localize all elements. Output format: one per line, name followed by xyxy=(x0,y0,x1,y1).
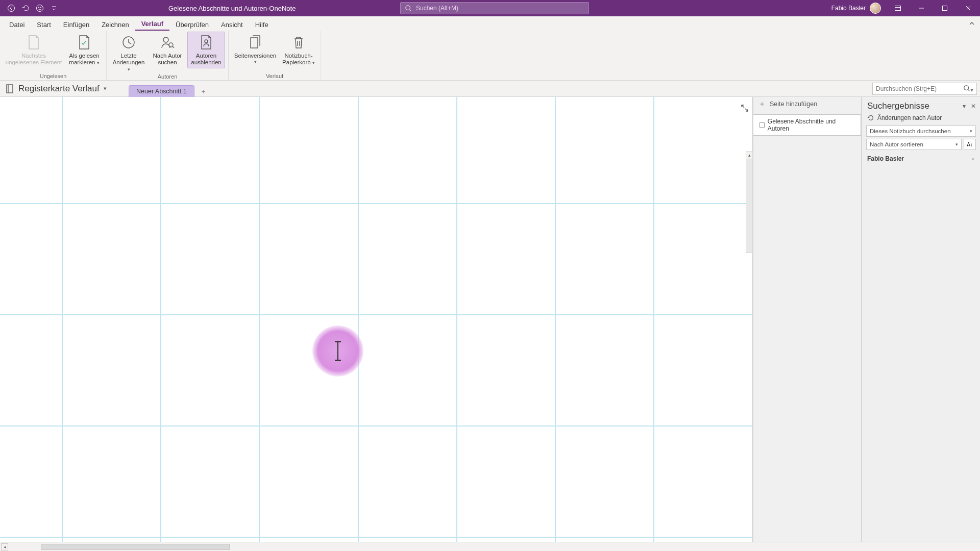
clock-icon xyxy=(120,34,137,51)
ribbon-group-ungelesen: Nächstes ungelesenes Element Als gelesen… xyxy=(0,31,107,80)
versions-icon xyxy=(247,34,263,51)
refresh-icon[interactable] xyxy=(867,114,874,121)
svg-point-8 xyxy=(163,37,168,42)
trash-icon xyxy=(290,34,307,51)
account-button[interactable]: Fabio Basler xyxy=(826,3,886,14)
back-icon[interactable] xyxy=(6,3,16,13)
close-icon[interactable]: ✕ xyxy=(971,103,976,110)
svg-point-4 xyxy=(406,6,410,10)
notebook-selector[interactable]: Registerkarte Verlauf ▾ xyxy=(0,81,128,96)
cursor-indicator xyxy=(312,325,363,377)
content-table[interactable] xyxy=(0,97,753,542)
plus-icon: ＋ xyxy=(758,99,766,109)
svg-rect-11 xyxy=(7,85,13,93)
svg-point-0 xyxy=(8,5,15,12)
tab-hilfe[interactable]: Hilfe xyxy=(249,18,275,31)
close-button[interactable] xyxy=(957,0,980,16)
recycle-bin-button[interactable]: Notizbuch- Papierkorb ▾ xyxy=(280,32,317,68)
add-page-button[interactable]: ＋ Seite hinzufügen xyxy=(753,97,861,111)
ribbon-tabs: Datei Start Einfügen Zeichnen Verlauf Üb… xyxy=(0,16,980,31)
svg-point-9 xyxy=(169,43,173,47)
chevron-down-icon: ▾ xyxy=(312,60,315,65)
page-list-item[interactable]: Gelesene Abschnitte und Autoren xyxy=(753,114,861,136)
notebook-search[interactable]: Durchsuchen (Strg+E) ▾ xyxy=(872,83,977,95)
svg-point-12 xyxy=(964,85,969,90)
global-search-input[interactable] xyxy=(416,5,584,12)
sort-dropdown[interactable]: Nach Autor sortieren▾ xyxy=(866,139,962,150)
horizontal-scrollbar[interactable] xyxy=(41,544,230,550)
hide-authors-button[interactable]: Autoren ausblenden xyxy=(187,32,225,68)
next-unread-button: Nächstes ungelesenes Element xyxy=(3,32,64,68)
avatar xyxy=(870,3,881,14)
tab-zeichnen[interactable]: Zeichnen xyxy=(95,18,135,31)
svg-point-10 xyxy=(205,40,208,43)
group-label: Autoren xyxy=(158,72,178,80)
global-search[interactable] xyxy=(400,2,589,14)
add-section-button[interactable]: + xyxy=(198,88,210,95)
page-check-icon xyxy=(76,34,92,51)
group-label: Verlauf xyxy=(266,72,283,80)
svg-rect-5 xyxy=(895,6,901,11)
touch-mode-icon[interactable] xyxy=(35,3,45,13)
author-group[interactable]: Fabio Basler ⌄ xyxy=(862,153,980,164)
svg-point-2 xyxy=(38,7,39,8)
notebook-bar: Registerkarte Verlauf ▾ Neuer Abschnitt … xyxy=(0,81,980,97)
section-tab[interactable]: Neuer Abschnitt 1 xyxy=(129,85,194,97)
chevron-down-icon: ▾ xyxy=(970,129,972,134)
page-marker-icon xyxy=(760,122,765,128)
notebook-name: Registerkarte Verlauf xyxy=(18,84,100,94)
page-icon xyxy=(26,34,42,51)
main-area: ▴ ＋ Seite hinzufügen Gelesene Abschnitte… xyxy=(0,97,980,542)
title-bar: Gelesene Abschnitte und Autoren - OneNot… xyxy=(0,0,980,16)
svg-rect-6 xyxy=(943,6,947,11)
chevron-down-icon: ▾ xyxy=(128,67,130,72)
svg-point-3 xyxy=(40,7,41,8)
page-canvas[interactable]: ▴ xyxy=(0,97,753,542)
maximize-button[interactable] xyxy=(933,0,957,16)
results-subheader: Änderungen nach Autor xyxy=(862,113,980,124)
notebook-icon xyxy=(5,84,14,94)
author-name: Fabio Basler xyxy=(867,155,904,162)
tab-start[interactable]: Start xyxy=(31,18,57,31)
results-title: Suchergebnisse xyxy=(867,101,929,111)
chevron-down-icon: ▾ xyxy=(97,60,100,65)
tab-verlauf[interactable]: Verlauf xyxy=(135,17,169,31)
tab-einfuegen[interactable]: Einfügen xyxy=(57,18,95,31)
undo-icon[interactable] xyxy=(20,3,31,13)
ribbon: Nächstes ungelesenes Element Als gelesen… xyxy=(0,31,980,81)
scroll-up-icon[interactable]: ▴ xyxy=(746,152,752,159)
search-scope-dropdown[interactable]: Dieses Notizbuch durchsuchen▾ xyxy=(866,126,976,137)
scroll-left-icon[interactable]: ◂ xyxy=(1,543,8,550)
tab-ueberpruefen[interactable]: Überprüfen xyxy=(169,18,215,31)
ribbon-display-icon[interactable] xyxy=(886,0,910,16)
page-list-panel: ＋ Seite hinzufügen Gelesene Abschnitte u… xyxy=(753,97,862,542)
chevron-down-icon: ▾ xyxy=(104,85,107,92)
search-icon: ▾ xyxy=(963,85,973,93)
collapse-ribbon-icon[interactable] xyxy=(967,18,977,29)
search-icon xyxy=(405,5,412,12)
recent-edits-button[interactable]: Letzte Änderungen ▾ xyxy=(110,32,148,76)
sort-order-button[interactable]: A↓ xyxy=(964,139,976,150)
window-title: Gelesene Abschnitte und Autoren - OneNot… xyxy=(168,0,296,16)
tab-datei[interactable]: Datei xyxy=(3,18,31,31)
status-bar: ◂ xyxy=(0,542,980,551)
notebook-search-placeholder: Durchsuchen (Strg+E) xyxy=(876,85,937,92)
qat-dropdown-icon[interactable] xyxy=(49,3,59,13)
ribbon-group-autoren: Letzte Änderungen ▾ Nach Autor suchen Au… xyxy=(107,31,229,80)
minimize-button[interactable] xyxy=(910,0,933,16)
svg-point-1 xyxy=(37,5,43,12)
page-title: Gelesene Abschnitte und Autoren xyxy=(768,118,856,132)
chevron-down-icon: ⌄ xyxy=(971,155,975,162)
tab-ansicht[interactable]: Ansicht xyxy=(215,18,249,31)
ribbon-group-verlauf: Seitenversionen ▾ Notizbuch- Papierkorb … xyxy=(229,31,321,80)
add-page-label: Seite hinzufügen xyxy=(770,101,817,108)
mark-read-button[interactable]: Als gelesen markieren ▾ xyxy=(65,32,103,68)
chevron-down-icon[interactable]: ▾ xyxy=(963,103,966,110)
quick-access-toolbar xyxy=(0,3,59,13)
fullscreen-icon[interactable] xyxy=(741,104,750,113)
vertical-scrollbar[interactable]: ▴ xyxy=(746,151,753,253)
page-person-icon xyxy=(198,34,214,51)
chevron-down-icon: ▾ xyxy=(254,59,257,64)
find-author-button[interactable]: Nach Autor suchen xyxy=(149,32,186,68)
page-versions-button[interactable]: Seitenversionen ▾ xyxy=(232,32,279,67)
